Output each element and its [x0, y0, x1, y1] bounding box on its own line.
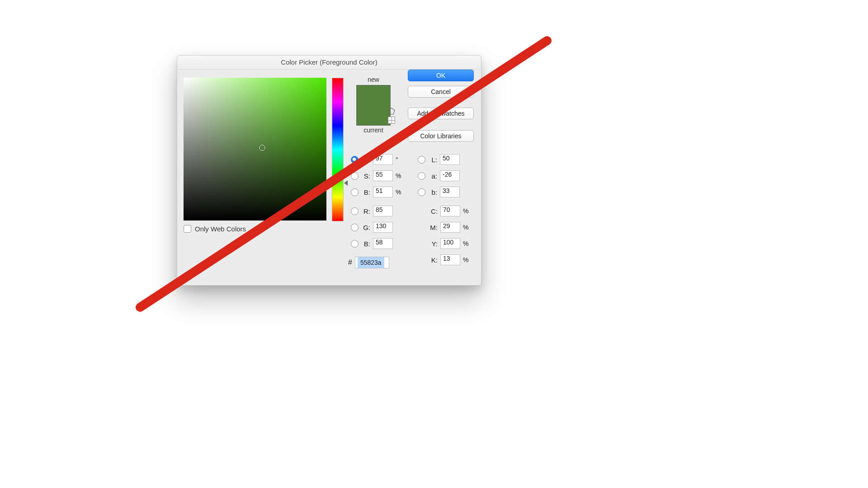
- swatch-current: [357, 105, 390, 125]
- canvas: Color Picker (Foreground Color) new curr…: [0, 0, 868, 488]
- saturation-label: S:: [361, 172, 370, 180]
- blue-radio[interactable]: [351, 240, 359, 248]
- lab-b-radio[interactable]: [418, 188, 425, 196]
- web-safe-warning-icon[interactable]: [388, 117, 395, 124]
- saturation-brightness-field[interactable]: [184, 78, 326, 221]
- lab-a-input[interactable]: -26: [440, 170, 460, 181]
- magenta-row: M: 29 %: [428, 221, 470, 233]
- lab-l-label: L:: [428, 156, 437, 164]
- yellow-unit: %: [463, 240, 470, 247]
- lab-l-row: L: 50: [418, 154, 460, 165]
- hue-pointer-right-icon: [344, 180, 348, 186]
- only-web-colors-label: Only Web Colors: [195, 225, 246, 233]
- lab-b-label: b:: [428, 188, 437, 196]
- hue-pointer-left-icon: [328, 180, 331, 186]
- lab-b-input[interactable]: 33: [440, 187, 460, 197]
- blue-label: B:: [361, 240, 370, 248]
- key-input[interactable]: 13: [440, 254, 460, 265]
- yellow-input[interactable]: 100: [440, 238, 460, 249]
- green-label: G:: [361, 224, 370, 231]
- yellow-label: Y:: [428, 240, 438, 248]
- hue-unit: °: [396, 156, 403, 163]
- brightness-unit: %: [396, 188, 403, 196]
- cyan-input[interactable]: 70: [440, 206, 460, 216]
- color-picker-dialog: Color Picker (Foreground Color) new curr…: [177, 55, 481, 286]
- new-label: new: [351, 76, 396, 83]
- magenta-unit: %: [463, 224, 470, 231]
- swatch-new: [357, 85, 390, 105]
- green-input[interactable]: 130: [373, 222, 393, 233]
- hex-prefix: #: [348, 258, 352, 267]
- dialog-title: Color Picker (Foreground Color): [177, 56, 481, 70]
- lab-a-row: a: -26: [418, 170, 460, 182]
- blue-input[interactable]: 58: [373, 238, 393, 249]
- key-label: K:: [428, 256, 438, 264]
- yellow-row: Y: 100 %: [428, 238, 470, 249]
- preview-swatch[interactable]: [356, 85, 391, 126]
- cancel-button[interactable]: Cancel: [408, 86, 474, 98]
- lab-b-row: b: 33: [418, 186, 460, 198]
- key-unit: %: [463, 256, 470, 263]
- sb-cursor-icon: [259, 145, 265, 151]
- cyan-unit: %: [463, 207, 470, 215]
- color-libraries-button[interactable]: Color Libraries: [408, 130, 474, 142]
- red-row: R: 85: [351, 205, 403, 217]
- add-to-swatches-button[interactable]: Add to Swatches: [408, 108, 474, 119]
- svg-marker-0: [388, 108, 395, 114]
- only-web-colors-checkbox[interactable]: [184, 225, 191, 233]
- lab-l-input[interactable]: 50: [440, 154, 460, 165]
- brightness-radio[interactable]: [351, 188, 359, 196]
- ok-button[interactable]: OK: [408, 70, 474, 81]
- gamut-warning-icon[interactable]: [388, 108, 395, 115]
- cyan-label: C:: [428, 207, 438, 215]
- green-row: G: 130: [351, 221, 403, 233]
- dialog-body: new current OK Cancel Add to Swatches Co…: [177, 70, 481, 286]
- brightness-label: B:: [361, 188, 370, 196]
- hue-radio[interactable]: [351, 156, 359, 164]
- red-radio[interactable]: [351, 207, 359, 215]
- brightness-input[interactable]: 51: [373, 187, 393, 197]
- hue-slider[interactable]: [332, 78, 344, 221]
- saturation-input[interactable]: 55: [373, 170, 393, 181]
- key-row: K: 13 %: [428, 254, 470, 266]
- red-label: R:: [361, 207, 370, 215]
- lab-l-radio[interactable]: [418, 156, 425, 164]
- lab-a-label: a:: [428, 172, 437, 180]
- only-web-colors-row: Only Web Colors: [184, 225, 246, 233]
- hue-row: H: 97 °: [351, 154, 403, 165]
- saturation-unit: %: [396, 172, 403, 179]
- current-label: current: [351, 127, 396, 134]
- green-radio[interactable]: [351, 224, 359, 231]
- hex-value: 55823a: [358, 257, 384, 268]
- cyan-row: C: 70 %: [428, 205, 470, 217]
- saturation-row: S: 55 %: [351, 170, 403, 182]
- magenta-input[interactable]: 29: [440, 222, 460, 233]
- preview-area: new current: [351, 76, 396, 134]
- hex-input[interactable]: 55823a: [355, 257, 389, 268]
- hex-row: # 55823a: [348, 257, 389, 268]
- magenta-label: M:: [428, 224, 438, 231]
- blue-row: B: 58: [351, 238, 403, 249]
- brightness-row: B: 51 %: [351, 186, 403, 198]
- lab-a-radio[interactable]: [418, 172, 425, 180]
- hue-label: H:: [361, 156, 370, 164]
- saturation-radio[interactable]: [351, 172, 359, 180]
- red-input[interactable]: 85: [373, 206, 393, 216]
- hue-input[interactable]: 97: [373, 154, 393, 165]
